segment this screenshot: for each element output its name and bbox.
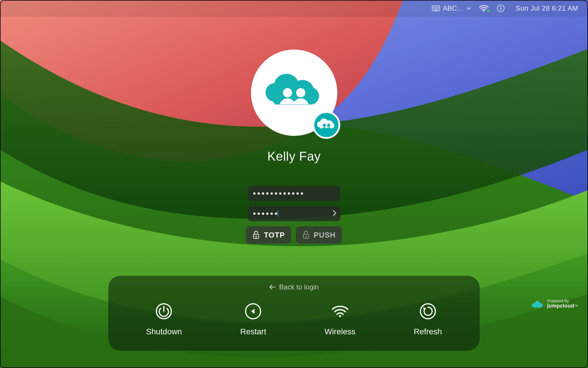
jumpcloud-avatar-icon [264,73,324,113]
input-source-label: ABC… [443,4,464,12]
wifi-activity-dot-icon [487,10,490,12]
svg-point-13 [500,6,501,7]
text-cursor [278,210,278,217]
svg-rect-10 [434,10,438,10]
avatar-badge [312,111,340,139]
info-circle-icon [497,4,505,12]
user-avatar[interactable] [251,50,337,136]
password-mask [253,192,303,195]
submit-arrow[interactable] [332,210,337,218]
shutdown-label: Shutdown [146,327,182,336]
wifi-status[interactable] [479,5,489,12]
svg-rect-7 [435,8,436,9]
svg-rect-3 [435,7,436,8]
keyboard-icon [432,5,440,11]
svg-point-16 [296,88,305,97]
shutdown-button[interactable]: Shutdown [146,302,182,336]
login-area: Kelly Fay TOTP P [246,18,342,244]
wireless-label: Wireless [325,327,355,336]
brand-name: jumpcloud [547,303,574,309]
restart-icon [245,303,261,320]
powered-by-label: Powered By [547,299,578,303]
brand-suffix: ™ [574,304,578,308]
wireless-icon [331,304,349,319]
lock-totp-icon [252,231,260,239]
svg-marker-27 [251,309,255,314]
svg-rect-4 [436,7,437,8]
svg-point-17 [323,124,326,127]
svg-rect-24 [306,236,306,238]
menubar: ABC… Sun Jul 28 6:21 AM [0,0,588,17]
refresh-icon [420,303,436,320]
svg-rect-21 [256,236,256,238]
svg-rect-14 [500,8,501,10]
power-icon [155,303,172,320]
svg-point-11 [483,10,484,12]
arrow-left-icon [269,284,276,290]
user-display-name: Kelly Fay [267,149,320,164]
svg-rect-6 [433,8,434,9]
mfa-totp-label: TOTP [264,231,285,240]
wireless-button[interactable]: Wireless [325,302,355,336]
refresh-label: Refresh [414,327,442,336]
restart-button[interactable]: Restart [240,302,266,336]
svg-rect-8 [436,8,437,9]
svg-point-28 [339,315,341,317]
code-mask [253,213,277,215]
action-panel: Back to login Shutdown Restart [108,276,480,351]
svg-rect-34 [533,305,542,308]
svg-point-18 [327,124,330,127]
menubar-clock: Sun Jul 28 6:21 AM [516,4,578,12]
powered-by: Powered By jumpcloud™ [531,299,578,309]
mfa-totp-button[interactable]: TOTP [246,226,291,244]
svg-rect-9 [438,8,439,9]
restart-label: Restart [240,327,266,336]
refresh-button[interactable]: Refresh [414,302,442,336]
password-field[interactable] [248,186,340,201]
svg-point-15 [283,88,292,97]
svg-point-29 [420,304,435,319]
input-source-menu[interactable]: ABC… [432,4,471,12]
jumpcloud-logo-icon [531,299,544,308]
jumpcloud-badge-icon [317,119,335,131]
back-to-login-label: Back to login [279,283,318,291]
lock-push-icon [302,231,310,239]
svg-rect-5 [438,7,439,8]
back-to-login[interactable]: Back to login [269,281,318,293]
svg-rect-2 [433,7,434,8]
chevron-right-icon [332,210,337,217]
mfa-push-button[interactable]: PUSH [296,226,342,244]
mfa-push-label: PUSH [314,231,335,240]
accessibility-info[interactable] [497,4,505,12]
code-field[interactable] [248,206,340,221]
chevron-down-icon [467,7,471,10]
